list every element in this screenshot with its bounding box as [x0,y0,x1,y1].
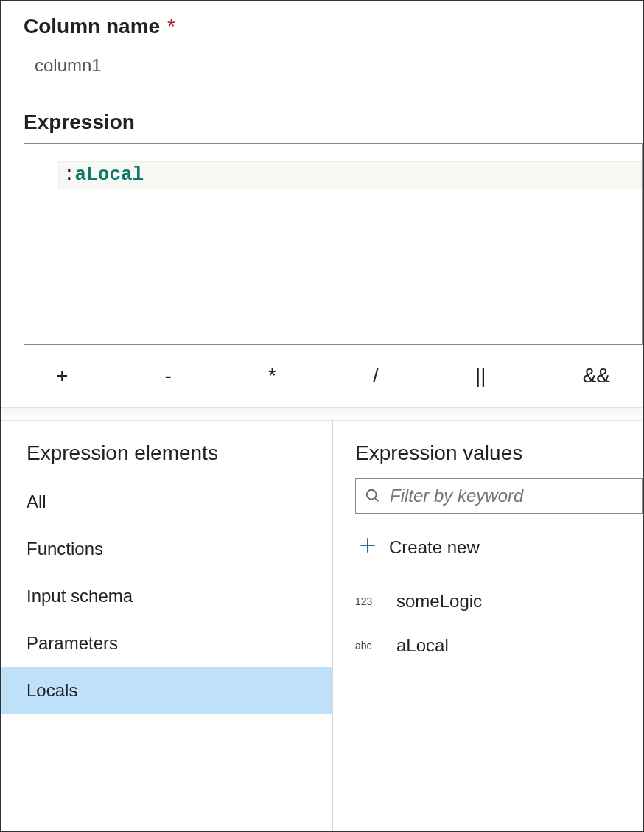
elements-item-functions[interactable]: Functions [1,525,332,573]
filter-input-wrap[interactable] [355,478,643,514]
filter-input[interactable] [388,485,633,507]
elements-item-parameters[interactable]: Parameters [1,620,332,667]
expression-builder-panel: Column name * Expression :aLocal + - * /… [0,0,644,832]
operator-or[interactable]: || [475,364,486,388]
expression-line: :aLocal [58,161,642,189]
svg-point-0 [367,490,377,500]
column-name-label-text: Column name [24,15,160,38]
operator-divide[interactable]: / [373,364,379,388]
create-new-label: Create new [389,537,480,558]
plus-icon [358,536,377,559]
expression-elements-list: All Functions Input schema Parameters Lo… [27,478,332,714]
value-item-label: aLocal [396,635,449,656]
value-item-somelogic[interactable]: 123 someLogic [355,579,643,623]
svg-line-1 [375,498,379,502]
operator-plus[interactable]: + [56,364,68,388]
column-name-label: Column name * [24,15,620,38]
operator-multiply[interactable]: * [268,364,276,388]
section-divider [1,407,643,420]
upper-section: Column name * Expression :aLocal + - * /… [1,1,643,407]
value-item-alocal[interactable]: abc aLocal [355,623,643,668]
type-badge-string-icon: abc [355,640,380,651]
expression-label: Expression [24,111,620,134]
expression-elements-pane: Expression elements All Functions Input … [1,421,333,831]
elements-item-locals[interactable]: Locals [1,667,332,714]
column-name-input[interactable] [24,46,421,85]
expression-values-pane: Expression values Create new 12 [333,421,643,831]
expression-identifier: aLocal [75,164,144,186]
create-new-button[interactable]: Create new [355,530,643,579]
required-marker: * [167,15,175,38]
type-badge-number-icon: 123 [355,595,380,607]
elements-item-all[interactable]: All [1,478,332,525]
operator-toolbar: + - * / || && [24,345,643,407]
elements-item-input-schema[interactable]: Input schema [1,573,332,620]
lower-section: Expression elements All Functions Input … [1,420,643,831]
expression-values-title: Expression values [355,441,643,465]
expression-elements-title: Expression elements [27,441,332,465]
value-item-label: someLogic [396,591,482,612]
operator-and[interactable]: && [583,364,610,388]
search-icon [365,488,381,504]
operator-minus[interactable]: - [165,364,172,388]
expression-prefix: : [63,164,75,186]
expression-editor[interactable]: :aLocal [24,143,643,345]
